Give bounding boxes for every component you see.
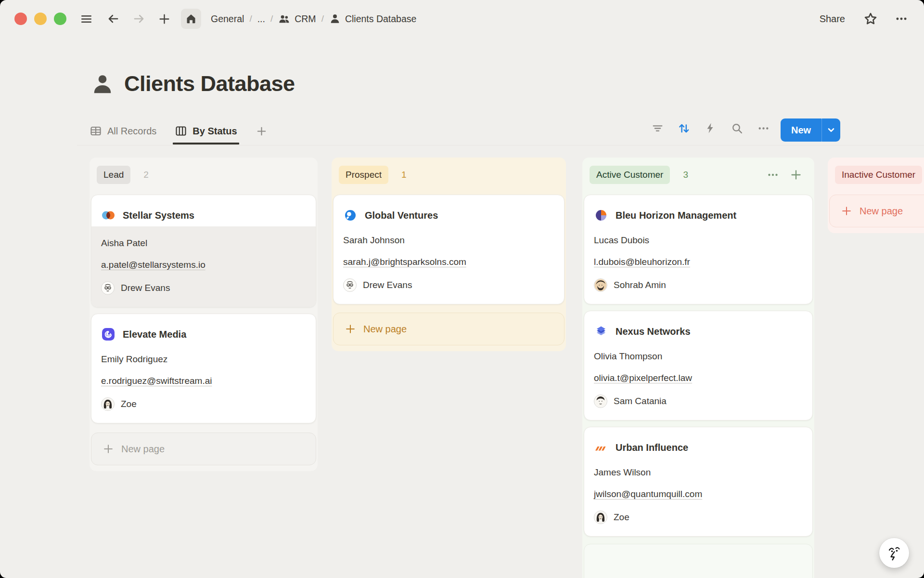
card-title: Stellar Systems bbox=[123, 210, 194, 221]
share-button[interactable]: Share bbox=[817, 12, 848, 26]
tab-label: By Status bbox=[192, 126, 237, 137]
column-count: 2 bbox=[143, 170, 149, 180]
avatar bbox=[101, 281, 115, 295]
new-page-button-active[interactable] bbox=[584, 544, 813, 578]
minimize-button[interactable] bbox=[34, 13, 47, 25]
view-tabs: All Records By Status bbox=[90, 118, 268, 144]
nexus-networks-logo-icon bbox=[594, 324, 608, 339]
view-actions bbox=[651, 121, 770, 135]
owner-row: Zoe bbox=[594, 511, 803, 524]
add-view-icon[interactable] bbox=[256, 118, 268, 144]
column-chip-active-customer[interactable]: Active Customer bbox=[590, 166, 670, 184]
contact-email[interactable]: l.dubois@bleuhorizon.fr bbox=[594, 257, 803, 267]
column-add-icon[interactable] bbox=[790, 169, 802, 181]
breadcrumb-item-clients-database[interactable]: Clients Database bbox=[326, 11, 420, 26]
column-chip-prospect[interactable]: Prospect bbox=[339, 166, 388, 184]
contact-email[interactable]: a.patel@stellarsystems.io bbox=[101, 260, 306, 270]
window-controls bbox=[14, 13, 66, 25]
card-global-ventures[interactable]: Global Ventures Sarah Johnson sarah.j@br… bbox=[333, 195, 565, 304]
owner-row: Sohrab Amin bbox=[594, 278, 803, 292]
urban-influence-logo-icon bbox=[594, 440, 608, 455]
breadcrumb-label: Clients Database bbox=[345, 13, 417, 25]
column-chip-lead[interactable]: Lead bbox=[97, 166, 130, 184]
card-elevate-media[interactable]: Elevate Media Emily Rodriguez e.rodrigue… bbox=[91, 314, 316, 423]
automation-icon[interactable] bbox=[704, 121, 717, 135]
new-page-button-prospect[interactable]: New page bbox=[333, 313, 565, 345]
breadcrumb-separator: / bbox=[249, 13, 252, 24]
new-button-label: New bbox=[781, 118, 822, 142]
filter-icon[interactable] bbox=[651, 121, 664, 135]
new-page-button-lead[interactable]: New page bbox=[91, 433, 316, 465]
plus-icon bbox=[841, 205, 852, 217]
more-options-icon[interactable] bbox=[893, 11, 910, 27]
tab-label: All Records bbox=[107, 126, 156, 137]
column-chip-inactive-customer[interactable]: Inactive Customer bbox=[835, 166, 922, 184]
tabs-divider bbox=[77, 145, 924, 145]
close-button[interactable] bbox=[14, 13, 27, 25]
search-icon[interactable] bbox=[730, 121, 744, 135]
app-window: General / ... / CRM / Clients Database S… bbox=[0, 0, 924, 578]
contact-email[interactable]: jwilson@quantumquill.com bbox=[594, 489, 803, 499]
contact-email[interactable]: e.rodriguez@swiftstream.ai bbox=[101, 376, 306, 386]
forward-arrow-icon[interactable] bbox=[131, 11, 147, 27]
back-arrow-icon[interactable] bbox=[105, 11, 121, 27]
menu-icon[interactable] bbox=[78, 11, 94, 27]
favorite-star-icon[interactable] bbox=[862, 11, 879, 27]
breadcrumb-item-crm[interactable]: CRM bbox=[275, 11, 319, 27]
new-page-label: New page bbox=[363, 324, 407, 335]
elevate-media-logo-icon bbox=[101, 327, 116, 342]
avatar bbox=[594, 511, 607, 524]
breadcrumb-separator: / bbox=[321, 13, 324, 24]
more-icon[interactable] bbox=[757, 121, 770, 135]
owner-row: Sam Catania bbox=[594, 394, 803, 408]
zoom-button[interactable] bbox=[54, 13, 66, 25]
column-prospect: Prospect 1 Global Ventures Sarah Johnson… bbox=[332, 158, 566, 351]
breadcrumb-item-ellipsis[interactable]: ... bbox=[255, 12, 268, 26]
email-text: e.rodriguez@swiftstream.ai bbox=[101, 376, 212, 386]
contact-email[interactable]: sarah.j@brightsparksolns.com bbox=[343, 257, 554, 267]
card-bleu-horizon-management[interactable]: Bleu Horizon Management Lucas Dubois l.d… bbox=[584, 195, 813, 304]
contact-name: Lucas Dubois bbox=[594, 235, 803, 246]
page-title[interactable]: Clients Database bbox=[124, 71, 295, 96]
person-icon bbox=[329, 13, 341, 25]
breadcrumb-separator: / bbox=[270, 13, 273, 24]
owner-row: Drew Evans bbox=[343, 278, 554, 292]
contact-name: Sarah Johnson bbox=[343, 235, 554, 246]
ai-assistant-button[interactable] bbox=[879, 538, 909, 568]
column-lead: Lead 2 Stellar Systems Aisha Patel a.pat… bbox=[90, 158, 318, 471]
email-text: sarah.j@brightsparksolns.com bbox=[343, 257, 466, 267]
owner-name: Drew Evans bbox=[363, 280, 412, 290]
home-icon[interactable] bbox=[181, 9, 201, 29]
column-more-icon[interactable] bbox=[767, 169, 779, 181]
owner-name: Sam Catania bbox=[614, 396, 667, 407]
board-icon bbox=[175, 125, 187, 137]
owner-row: Zoe bbox=[101, 397, 306, 411]
top-bar: General / ... / CRM / Clients Database S… bbox=[0, 0, 924, 38]
card-nexus-networks[interactable]: Nexus Networks Olivia Thompson olivia.t@… bbox=[584, 311, 813, 420]
avatar bbox=[101, 397, 115, 411]
card-stellar-systems[interactable]: Stellar Systems Aisha Patel a.patel@stel… bbox=[91, 195, 316, 307]
team-icon bbox=[278, 13, 290, 25]
new-button[interactable]: New bbox=[781, 118, 840, 142]
card-urban-influence[interactable]: Urban Influence James Wilson jwilson@qua… bbox=[584, 427, 813, 537]
contact-email[interactable]: olivia.t@pixelperfect.law bbox=[594, 373, 803, 383]
column-count: 1 bbox=[401, 170, 407, 180]
tab-all-records[interactable]: All Records bbox=[90, 118, 156, 144]
tab-by-status[interactable]: By Status bbox=[175, 118, 237, 144]
new-page-button-inactive[interactable]: New page bbox=[829, 195, 924, 227]
breadcrumb-label: ... bbox=[257, 13, 265, 25]
breadcrumb-label: General bbox=[211, 13, 244, 25]
sort-icon[interactable] bbox=[677, 121, 691, 135]
database-person-icon bbox=[90, 72, 115, 96]
owner-name: Drew Evans bbox=[121, 283, 170, 293]
chevron-down-icon[interactable] bbox=[822, 118, 840, 142]
card-title: Urban Influence bbox=[616, 442, 688, 453]
card-title: Global Ventures bbox=[365, 210, 438, 221]
owner-name: Zoe bbox=[614, 512, 629, 523]
owner-row: Drew Evans bbox=[101, 281, 306, 295]
card-title: Nexus Networks bbox=[616, 326, 691, 337]
breadcrumb-item-general[interactable]: General bbox=[208, 12, 247, 26]
owner-name: Zoe bbox=[121, 399, 137, 409]
new-tab-icon[interactable] bbox=[156, 11, 172, 27]
avatar bbox=[594, 394, 607, 408]
